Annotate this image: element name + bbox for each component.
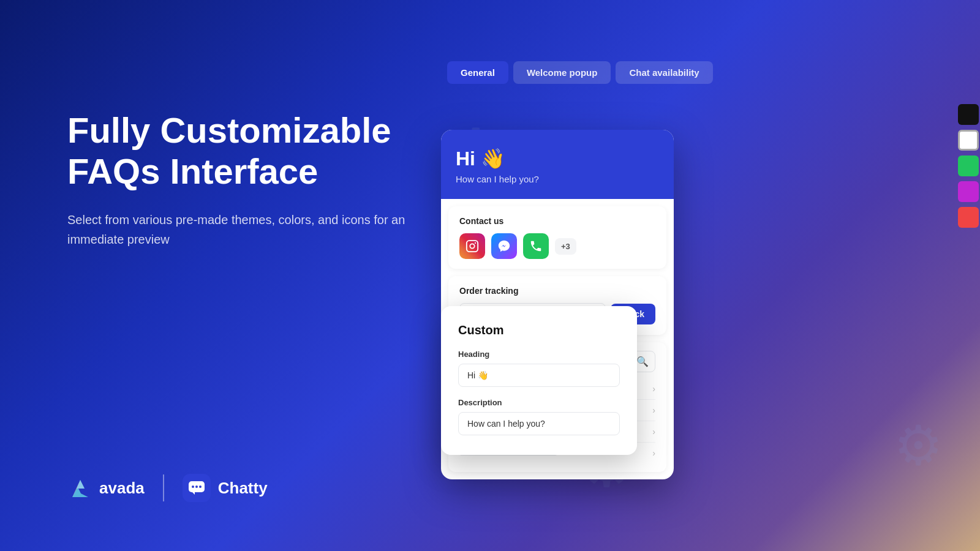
swatch-red[interactable] bbox=[958, 207, 979, 228]
chat-widget-header: Hi 👋 How can I help you? bbox=[441, 130, 674, 199]
chat-bubble-icon bbox=[187, 479, 206, 497]
tab-row: General Welcome popup Chat availability bbox=[441, 61, 943, 84]
faq-search-icon[interactable]: 🔍 bbox=[636, 356, 649, 367]
tab-welcome-popup[interactable]: Welcome popup bbox=[513, 61, 611, 84]
swatch-purple[interactable] bbox=[958, 181, 979, 202]
avada-logo-icon bbox=[67, 475, 93, 501]
contact-us-card: Contact us bbox=[448, 206, 666, 269]
svg-point-7 bbox=[199, 485, 202, 488]
swatch-green[interactable] bbox=[958, 156, 979, 176]
avada-brand: avada bbox=[67, 475, 145, 501]
chatty-logo-icon bbox=[183, 474, 211, 502]
instagram-icon[interactable] bbox=[459, 233, 485, 259]
svg-point-5 bbox=[192, 485, 194, 488]
svg-marker-3 bbox=[77, 480, 85, 489]
more-contact-badge[interactable]: +3 bbox=[555, 238, 576, 255]
swatch-black[interactable] bbox=[958, 104, 979, 125]
right-panel-area: General Welcome popup Chat availability … bbox=[441, 61, 943, 446]
faq-chevron-3: › bbox=[652, 427, 655, 437]
messenger-icon[interactable] bbox=[491, 233, 517, 259]
faq-chevron-4: › bbox=[652, 448, 655, 458]
brand-bar: avada Chatty bbox=[67, 474, 268, 502]
order-tracking-label: Order tracking bbox=[459, 286, 655, 296]
tab-chat-availability[interactable]: Chat availability bbox=[616, 61, 712, 84]
chatty-brand: Chatty bbox=[183, 474, 268, 502]
chat-greeting: Hi 👋 bbox=[456, 147, 659, 170]
svg-point-11 bbox=[475, 242, 476, 244]
svg-point-6 bbox=[195, 485, 198, 488]
avada-brand-name: avada bbox=[99, 479, 145, 498]
svg-rect-9 bbox=[467, 241, 478, 252]
hero-subtitle: Select from various pre-made themes, col… bbox=[67, 210, 423, 249]
swatch-white[interactable] bbox=[958, 130, 979, 151]
chat-subtitle: How can I help you? bbox=[456, 174, 659, 184]
brand-divider bbox=[163, 474, 164, 501]
main-heading: Fully Customizable FAQs Interface bbox=[67, 110, 423, 192]
chatty-brand-name: Chatty bbox=[218, 479, 268, 498]
color-swatches-panel bbox=[958, 104, 979, 228]
svg-point-10 bbox=[470, 244, 474, 248]
heading-field-label: Heading bbox=[458, 350, 620, 359]
description-field-input[interactable] bbox=[458, 412, 620, 435]
custom-panel-title: Custom bbox=[458, 323, 620, 337]
phone-icon[interactable] bbox=[523, 233, 549, 259]
tab-general[interactable]: General bbox=[447, 61, 508, 84]
svg-marker-8 bbox=[192, 492, 195, 495]
faq-chevron-1: › bbox=[652, 384, 655, 394]
faq-chevron-2: › bbox=[652, 405, 655, 415]
hero-section: Fully Customizable FAQs Interface Select… bbox=[67, 110, 423, 249]
contact-icons-row: +3 bbox=[459, 233, 655, 259]
custom-panel: Custom Heading Description bbox=[441, 306, 637, 455]
heading-field-input[interactable] bbox=[458, 364, 620, 387]
contact-us-label: Contact us bbox=[459, 216, 655, 226]
description-field-label: Description bbox=[458, 398, 620, 407]
